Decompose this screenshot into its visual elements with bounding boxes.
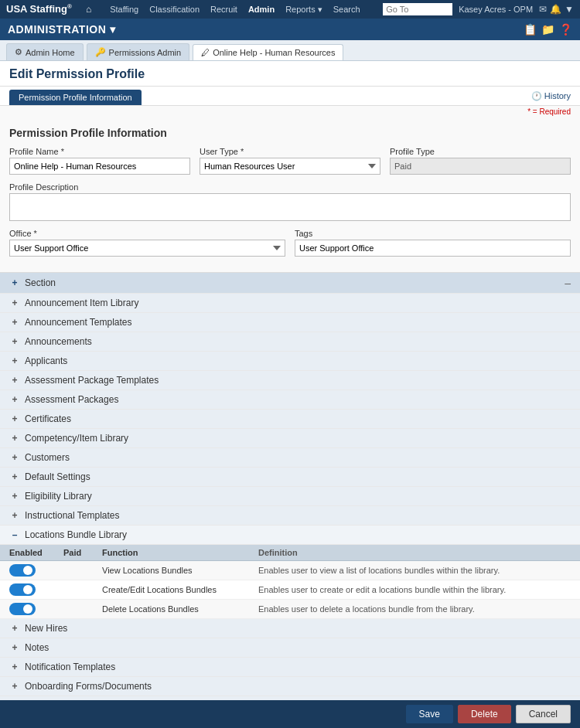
nav-search[interactable]: Search: [329, 3, 365, 15]
section-row-6[interactable]: + Certificates: [0, 410, 580, 429]
section-label-new-hires: New Hires: [25, 623, 67, 634]
section-label-11: Instructional Templates: [25, 510, 120, 521]
expand-icon-3: +: [9, 355, 20, 366]
tab-online-help[interactable]: 🖊 Online Help - Human Resources: [193, 44, 343, 60]
section-label-locations: Locations Bundle Library: [25, 529, 127, 540]
ppi-tab[interactable]: Permission Profile Information: [9, 90, 142, 105]
user-info: Kasey Acres - OPM: [459, 5, 533, 14]
toggle-create-locations[interactable]: [9, 583, 63, 596]
nav-staffing[interactable]: Staffing: [105, 3, 143, 15]
section-label-6: Certificates: [25, 413, 71, 424]
secondary-nav-icons: 📋 📁 ❓: [524, 23, 572, 36]
page-title: Edit Permission Profile: [9, 67, 145, 80]
page-header: Edit Permission Profile: [0, 61, 580, 87]
section-row-4[interactable]: + Assessment Package Templates: [0, 371, 580, 390]
user-type-group: User Type * Human Resources User: [200, 147, 380, 175]
tab-admin-home[interactable]: ⚙ Admin Home: [6, 43, 84, 60]
section-row-7[interactable]: + Competency/Item Library: [0, 429, 580, 448]
expand-icon-4: +: [9, 375, 20, 386]
help-icon[interactable]: ❓: [559, 23, 572, 36]
profile-name-group: Profile Name *: [9, 147, 190, 175]
required-note: * = Required: [0, 106, 580, 119]
collapse-icon-locations: –: [9, 529, 20, 540]
tags-label: Tags: [295, 229, 571, 238]
nav-classification[interactable]: Classification: [145, 3, 204, 15]
tags-input[interactable]: [295, 240, 571, 257]
alert-icon[interactable]: 🔔: [550, 4, 561, 15]
section-row-1[interactable]: + Announcement Templates: [0, 313, 580, 332]
form-row-1: Profile Name * User Type * Human Resourc…: [9, 147, 571, 175]
clipboard-icon[interactable]: 📋: [524, 23, 537, 36]
toggle-view-locations[interactable]: [9, 564, 63, 577]
user-type-select[interactable]: Human Resources User: [200, 158, 380, 175]
expand-icon-new-hires: +: [9, 623, 20, 634]
section-row-10[interactable]: + Eligibility Library: [0, 487, 580, 506]
section-row-new-hires[interactable]: + New Hires: [0, 619, 580, 638]
expand-icon-notes: +: [9, 642, 20, 653]
form-row-2: Profile Description: [9, 182, 571, 221]
home-icon[interactable]: ⌂: [81, 2, 96, 16]
cancel-button[interactable]: Cancel: [516, 705, 571, 723]
expand-icon-9: +: [9, 471, 20, 482]
section-row-2[interactable]: + Announcements: [0, 332, 580, 352]
permission-row-1: Create/Edit Locations Bundles Enables us…: [0, 580, 580, 600]
expand-icon-7: +: [9, 433, 20, 444]
header-function: Function: [102, 548, 258, 557]
permission-row-0: View Locations Bundles Enables user to v…: [0, 561, 580, 580]
section-label-8: Customers: [25, 452, 70, 463]
expand-icon-6: +: [9, 413, 20, 424]
user-icon[interactable]: ▼: [565, 4, 574, 15]
section-row-onboarding[interactable]: + Onboarding Forms/Documents: [0, 677, 580, 696]
definition-view-locations: Enables user to view a list of locations…: [258, 566, 571, 575]
office-group: Office * User Support Office: [9, 229, 285, 257]
header-definition: Definition: [258, 548, 571, 557]
nav-reports[interactable]: Reports ▾: [281, 3, 327, 16]
section-row-11[interactable]: + Instructional Templates: [0, 506, 580, 526]
section-header-label: Section: [25, 277, 56, 288]
nav-recruit[interactable]: Recruit: [206, 3, 242, 15]
mail-icon[interactable]: ✉: [539, 4, 547, 15]
function-view-locations: View Locations Bundles: [102, 566, 258, 575]
top-navigation: USA Staffing® ⌂ Staffing Classification …: [0, 0, 580, 19]
nav-right: Kasey Acres - OPM ✉ 🔔 ▼: [383, 3, 574, 15]
tab-bar: ⚙ Admin Home 🔑 Permissions Admin 🖊 Onlin…: [0, 40, 580, 61]
nav-admin[interactable]: Admin: [244, 3, 279, 15]
expand-icon-10: +: [9, 491, 20, 502]
section-row-9[interactable]: + Default Settings: [0, 468, 580, 487]
profile-type-label: Profile Type: [390, 147, 571, 156]
office-select[interactable]: User Support Office: [9, 240, 285, 257]
permissions-area: + Section – + Announcement Item Library …: [0, 273, 580, 728]
profile-name-input[interactable]: [9, 158, 190, 175]
user-type-label: User Type *: [200, 147, 380, 156]
profile-name-label: Profile Name *: [9, 147, 190, 156]
section-row-0[interactable]: + Announcement Item Library: [0, 294, 580, 313]
delete-button[interactable]: Delete: [458, 705, 511, 723]
section-row-notes[interactable]: + Notes: [0, 638, 580, 658]
history-button[interactable]: 🕐 History: [531, 91, 571, 101]
expand-icon-5: +: [9, 394, 20, 405]
toggle-delete-locations[interactable]: [9, 603, 63, 615]
section-header-toggle: +: [9, 277, 20, 288]
section-label-9: Default Settings: [25, 471, 90, 482]
header-paid: Paid: [63, 548, 102, 557]
section-row-3[interactable]: + Applicants: [0, 352, 580, 371]
definition-delete-locations: Enables user to delete a locations bundl…: [258, 604, 571, 614]
section-row-locations[interactable]: – Locations Bundle Library: [0, 526, 580, 545]
section-row-8[interactable]: + Customers: [0, 448, 580, 468]
go-to-input[interactable]: [383, 3, 452, 15]
section-row-header[interactable]: + Section –: [0, 273, 580, 294]
profile-desc-input[interactable]: [9, 193, 571, 221]
tab-permissions-admin[interactable]: 🔑 Permissions Admin: [87, 43, 190, 60]
section-label-4: Assessment Package Templates: [25, 375, 159, 386]
footer-bar: Save Delete Cancel: [0, 700, 580, 728]
folder-icon[interactable]: 📁: [541, 23, 554, 36]
gear-icon: ⚙: [15, 47, 22, 57]
section-row-notif[interactable]: + Notification Templates: [0, 658, 580, 677]
expand-icon-8: +: [9, 452, 20, 463]
section-label-notes: Notes: [25, 642, 49, 653]
main-content: Edit Permission Profile Permission Profi…: [0, 61, 580, 728]
save-button[interactable]: Save: [406, 705, 453, 723]
header-enabled: Enabled: [9, 548, 63, 557]
section-row-5[interactable]: + Assessment Packages: [0, 390, 580, 410]
app-title: USA Staffing®: [6, 3, 72, 15]
